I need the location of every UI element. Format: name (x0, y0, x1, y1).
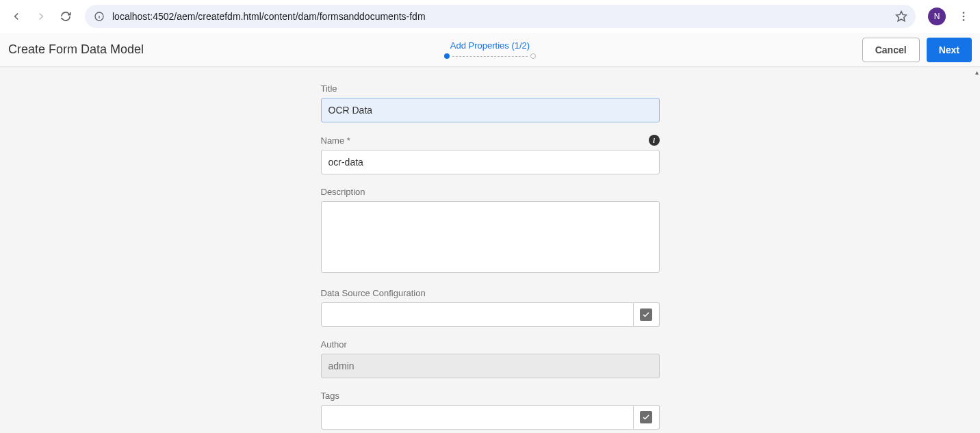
bookmark-star-icon[interactable] (895, 10, 907, 23)
browser-toolbar: localhost:4502/aem/createfdm.html/conten… (0, 0, 980, 33)
description-label: Description (321, 187, 660, 197)
field-group-description: Description (321, 187, 660, 276)
tags-input[interactable] (321, 405, 634, 430)
scroll-up-indicator: ▴ (975, 68, 979, 76)
tags-label: Tags (321, 391, 660, 401)
step-dot-inactive (530, 53, 536, 59)
datasource-picker-button[interactable] (634, 302, 660, 327)
url-text: localhost:4502/aem/createfdm.html/conten… (112, 11, 888, 22)
info-icon[interactable]: i (649, 135, 660, 146)
step-dash (452, 56, 528, 57)
reload-button[interactable] (55, 5, 77, 27)
page-title: Create Form Data Model (8, 42, 144, 57)
field-group-name: Name * i (321, 135, 660, 174)
svg-marker-3 (897, 12, 907, 21)
name-input[interactable] (321, 150, 660, 174)
title-input[interactable] (321, 98, 660, 122)
title-label: Title (321, 83, 660, 94)
back-button[interactable] (5, 5, 27, 27)
site-info-icon[interactable] (93, 10, 105, 23)
header-actions: Cancel Next (862, 38, 972, 62)
wizard-step-indicator: Add Properties (1/2) (444, 40, 536, 59)
description-textarea[interactable] (321, 201, 660, 273)
author-label: Author (321, 339, 660, 350)
author-input (321, 354, 660, 378)
checkbox-icon (640, 309, 652, 321)
step-dot-active (444, 53, 450, 59)
address-bar[interactable]: localhost:4502/aem/createfdm.html/conten… (85, 5, 916, 28)
datasource-label: Data Source Configuration (321, 288, 660, 298)
svg-point-5 (963, 16, 965, 18)
field-group-author: Author (321, 339, 660, 378)
datasource-input[interactable] (321, 302, 634, 327)
cancel-button[interactable]: Cancel (862, 38, 920, 62)
forward-button[interactable] (30, 5, 52, 27)
field-group-tags: Tags (321, 391, 660, 430)
profile-avatar[interactable]: N (928, 8, 946, 25)
checkbox-icon (640, 411, 652, 423)
step-label: Add Properties (1/2) (444, 40, 536, 51)
step-progress-dots (444, 53, 536, 59)
page-header: Create Form Data Model Add Properties (1… (0, 33, 980, 67)
svg-point-4 (963, 12, 965, 14)
content-area: ▴ Title Name * i Description Data Source… (0, 67, 980, 433)
tags-picker-button[interactable] (634, 405, 660, 430)
form-container: Title Name * i Description Data Source C… (321, 67, 660, 433)
browser-menu-button[interactable] (953, 5, 975, 27)
next-button[interactable]: Next (927, 38, 972, 62)
svg-point-6 (963, 19, 965, 21)
field-group-datasource: Data Source Configuration (321, 288, 660, 327)
name-label: Name * (321, 135, 350, 146)
field-group-title: Title (321, 83, 660, 122)
